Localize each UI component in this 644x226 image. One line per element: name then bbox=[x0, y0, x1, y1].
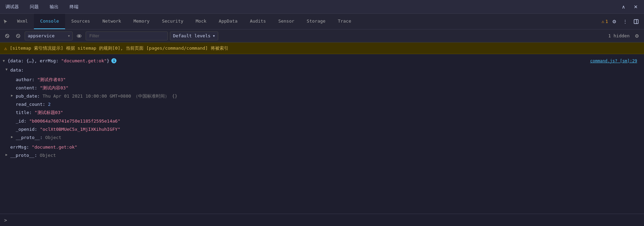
data-key: data: bbox=[10, 66, 24, 74]
tab-sources[interactable]: Sources bbox=[65, 14, 96, 29]
bottom-bar: > bbox=[0, 214, 644, 226]
window-minimize-button[interactable]: ∧ bbox=[619, 3, 628, 11]
proto1-expand-arrow[interactable] bbox=[11, 134, 14, 140]
proto2-key: __proto__: bbox=[10, 152, 37, 159]
file-reference[interactable]: command.js? [sm]:29 bbox=[590, 59, 641, 63]
svg-point-7 bbox=[78, 35, 80, 37]
hidden-settings-button[interactable]: ⚙ bbox=[632, 32, 641, 40]
menu-item-output[interactable]: 输出 bbox=[48, 2, 60, 11]
prompt-icon: > bbox=[4, 217, 7, 223]
menu-item-debugger[interactable]: 调试器 bbox=[4, 2, 20, 11]
chevron-down-icon: ▾ bbox=[67, 33, 70, 38]
author-row: author: "测试作者03" bbox=[11, 76, 644, 84]
data-children: author: "测试作者03" content: "测试内容03" pub_d… bbox=[5, 74, 644, 143]
tabs-bar: Wxml Console Sources Network Memory Secu… bbox=[0, 14, 644, 29]
content-value: "测试内容03" bbox=[40, 84, 68, 92]
author-key: author: bbox=[16, 76, 35, 84]
proto2-value: Object bbox=[40, 152, 56, 159]
warning-icon: ⚠ bbox=[4, 46, 7, 51]
object-tree: data: author: "测试作者03" content: "测试内容03" bbox=[0, 65, 644, 161]
pub-date-expand-arrow[interactable] bbox=[11, 92, 14, 98]
stop-button[interactable] bbox=[14, 32, 23, 40]
menu-item-terminal[interactable]: 终端 bbox=[68, 2, 80, 11]
read-count-key: read_count: bbox=[16, 101, 45, 108]
warning-text: [sitemap 索引情况提示] 根据 sitemap 的规则[0], 当前页面… bbox=[10, 45, 228, 51]
svg-rect-0 bbox=[634, 20, 638, 24]
proto1-key: __proto__: bbox=[16, 134, 42, 141]
toolbar-right: 1 hidden ⚙ bbox=[608, 32, 641, 40]
tab-network[interactable]: Network bbox=[96, 14, 127, 29]
tab-audits[interactable]: Audits bbox=[244, 14, 272, 29]
menu-item-issues[interactable]: 问题 bbox=[28, 2, 40, 11]
proto1-row: __proto__: Object bbox=[11, 134, 644, 142]
hidden-count: 1 hidden bbox=[608, 33, 630, 38]
svg-line-5 bbox=[17, 35, 19, 37]
settings-button[interactable]: ⚙ bbox=[610, 17, 619, 26]
title-value: "测试标题03" bbox=[35, 109, 63, 116]
more-button[interactable]: ⋮ bbox=[621, 17, 630, 26]
openid-value: "oclXt0BMUeC5x_1MjIXKihuhIGFY" bbox=[40, 126, 120, 133]
data-row: data: bbox=[5, 66, 644, 74]
tab-mock[interactable]: Mock bbox=[189, 14, 212, 29]
read-count-value: 2 bbox=[48, 101, 51, 108]
log-level-selector[interactable]: Default levels ▾ bbox=[170, 32, 218, 40]
read-count-row: read_count: 2 bbox=[11, 100, 644, 109]
dock-button[interactable] bbox=[632, 18, 641, 25]
errmsg-row: errMsg: "document.get:ok" bbox=[5, 143, 644, 151]
console-content: {data: {…}, errMsg: "document.get:ok"} i… bbox=[0, 54, 644, 214]
warning-count: 1 bbox=[605, 19, 608, 24]
default-levels-label: Default levels bbox=[173, 33, 211, 38]
eye-button[interactable] bbox=[75, 32, 84, 40]
tab-sensor[interactable]: Sensor bbox=[272, 14, 300, 29]
author-value: "测试作者03" bbox=[37, 76, 66, 84]
proto2-row: __proto__: Object bbox=[5, 151, 644, 160]
tab-console[interactable]: Console bbox=[34, 14, 65, 29]
tab-security[interactable]: Security bbox=[156, 14, 190, 29]
errmsg-value: "document.get:ok" bbox=[32, 143, 77, 151]
info-badge: i bbox=[111, 58, 116, 63]
proto2-expand-arrow[interactable] bbox=[5, 152, 9, 158]
window-controls: ∧ ✕ bbox=[619, 3, 640, 11]
title-key: title: bbox=[16, 109, 32, 116]
warning-bar: ⚠ [sitemap 索引情况提示] 根据 sitemap 的规则[0], 当前… bbox=[0, 42, 644, 54]
window-close-button[interactable]: ✕ bbox=[632, 3, 640, 11]
title-row: title: "测试标题03" bbox=[11, 109, 644, 117]
levels-chevron-icon: ▾ bbox=[213, 33, 215, 38]
tab-storage[interactable]: Storage bbox=[300, 14, 332, 29]
service-name: appservice bbox=[28, 33, 54, 38]
tab-cursor-icon bbox=[0, 19, 11, 24]
tab-memory[interactable]: Memory bbox=[127, 14, 156, 29]
service-selector[interactable]: appservice ▾ bbox=[25, 32, 73, 40]
menu-bar: 调试器 问题 输出 终端 ∧ ✕ bbox=[0, 0, 644, 14]
data-expand-arrow[interactable] bbox=[5, 66, 9, 72]
root-expand-arrow[interactable] bbox=[3, 59, 6, 63]
content-row: content: "测试内容03" bbox=[11, 84, 644, 92]
pub-date-row: pub_date: Thu Apr 01 2021 10:00:00 GMT+0… bbox=[11, 92, 644, 100]
tab-wxml[interactable]: Wxml bbox=[11, 14, 34, 29]
warning-badge: ⚠ 1 bbox=[602, 19, 608, 24]
pub-date-key: pub_date: bbox=[16, 92, 40, 100]
id-row: _id: "b00064a760741e750e1185f2595e14a6" bbox=[11, 117, 644, 125]
content-key: content: bbox=[16, 84, 37, 92]
warning-triangle-icon: ⚠ bbox=[602, 19, 604, 24]
console-toolbar: appservice ▾ Default levels ▾ 1 hidden ⚙ bbox=[0, 29, 644, 42]
proto1-value: Object bbox=[45, 134, 61, 141]
openid-row: _openid: "oclXt0BMUeC5x_1MjIXKihuhIGFY" bbox=[11, 125, 644, 134]
root-object-row: {data: {…}, errMsg: "document.get:ok"} i… bbox=[0, 57, 644, 65]
id-value: "b00064a760741e750e1185f2595e14a6" bbox=[29, 117, 120, 125]
tabs-right-controls: ⚠ 1 ⚙ ⋮ bbox=[602, 17, 644, 26]
clear-console-button[interactable] bbox=[3, 32, 12, 40]
openid-key: _openid: bbox=[16, 126, 37, 133]
id-key: _id: bbox=[16, 117, 26, 125]
pub-date-value: Thu Apr 01 2021 10:00:00 GMT+0800 （中国标准时… bbox=[42, 92, 177, 100]
tab-trace[interactable]: Trace bbox=[332, 14, 357, 29]
root-label: {data: {…}, errMsg: "document.get:ok"} bbox=[8, 58, 109, 63]
errmsg-key: errMsg: bbox=[10, 143, 29, 151]
tab-appdata[interactable]: AppData bbox=[213, 14, 244, 29]
svg-line-3 bbox=[6, 35, 8, 37]
filter-input[interactable] bbox=[86, 32, 168, 40]
